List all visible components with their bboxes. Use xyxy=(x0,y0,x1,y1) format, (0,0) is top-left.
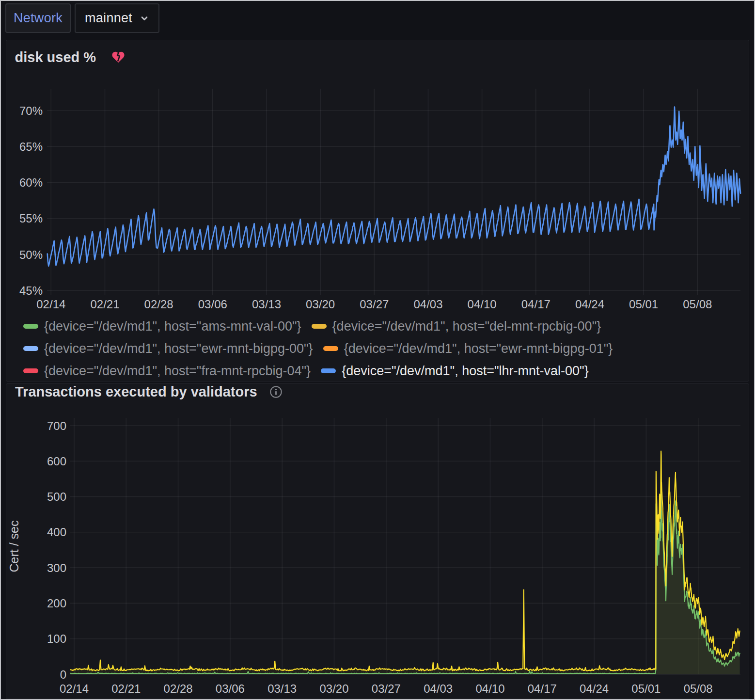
y-tick-label: 50% xyxy=(19,248,43,261)
x-tick-label: 02/28 xyxy=(144,298,173,311)
legend-series-marker xyxy=(23,368,38,373)
grafana-dashboard: {"toolbar":{"variable_label":"Network","… xyxy=(0,0,755,700)
y-tick-label: 65% xyxy=(19,140,43,153)
legend-item[interactable]: {device="/dev/md1", host="del-mnt-rpcbig… xyxy=(312,319,601,334)
legend-series-marker xyxy=(323,346,338,351)
y-tick-label: 45% xyxy=(19,284,43,297)
x-tick-label: 04/03 xyxy=(413,298,442,311)
x-tick-label: 05/01 xyxy=(629,298,658,311)
legend-series-label: {device="/dev/md1", host="fra-mnt-rpcbig… xyxy=(44,364,311,379)
y-tick-label: 70% xyxy=(19,104,43,117)
x-tick-label: 03/20 xyxy=(306,298,335,311)
series-line xyxy=(47,107,741,266)
x-tick-label: 03/06 xyxy=(198,298,227,311)
legend-row: {device="/dev/md1", host="fra-mnt-rpcbig… xyxy=(23,360,623,382)
x-tick-label: 02/14 xyxy=(36,298,65,311)
legend-item[interactable]: {device="/dev/md1", host="ewr-mnt-bigpg-… xyxy=(323,341,613,356)
legend-series-marker xyxy=(23,346,38,351)
x-tick-label: 04/17 xyxy=(521,298,551,311)
x-tick-label: 03/13 xyxy=(252,298,281,311)
legend-series-label: {device="/dev/md1", host="del-mnt-rpcbig… xyxy=(332,319,601,334)
legend-series-label: {device="/dev/md1", host="ewr-mnt-bigpg-… xyxy=(344,341,613,356)
x-tick-label: 03/27 xyxy=(360,298,389,311)
legend-item[interactable]: {device="/dev/md1", host="ams-mnt-val-00… xyxy=(23,319,301,334)
legend-series-label: {device="/dev/md1", host="ams-mnt-val-00… xyxy=(44,319,301,334)
legend-series-marker xyxy=(312,324,327,329)
legend-row: {device="/dev/md1", host="ams-mnt-val-00… xyxy=(23,315,623,337)
legend-series-label: {device="/dev/md1", host="ewr-mnt-bigpg-… xyxy=(44,341,313,356)
legend-series-marker xyxy=(23,324,38,329)
x-tick-label: 04/10 xyxy=(468,298,497,311)
y-tick-label: 55% xyxy=(19,212,43,225)
legend-series-marker xyxy=(321,368,336,373)
x-tick-label: 02/21 xyxy=(90,298,119,311)
legend-row: {device="/dev/md1", host="ewr-mnt-bigpg-… xyxy=(23,337,623,360)
chart-legend: {device="/dev/md1", host="ams-mnt-val-00… xyxy=(23,315,623,382)
legend-item[interactable]: {device="/dev/md1", host="lhr-mnt-val-00… xyxy=(321,364,589,379)
legend-series-label: {device="/dev/md1", host="lhr-mnt-val-00… xyxy=(342,364,589,379)
legend-item[interactable]: {device="/dev/md1", host="ewr-mnt-bigpg-… xyxy=(23,341,313,356)
legend-item[interactable]: {device="/dev/md1", host="fra-mnt-rpcbig… xyxy=(23,364,311,379)
y-tick-label: 60% xyxy=(19,176,43,189)
x-tick-label: 05/08 xyxy=(683,298,712,311)
x-tick-label: 04/24 xyxy=(575,298,604,311)
